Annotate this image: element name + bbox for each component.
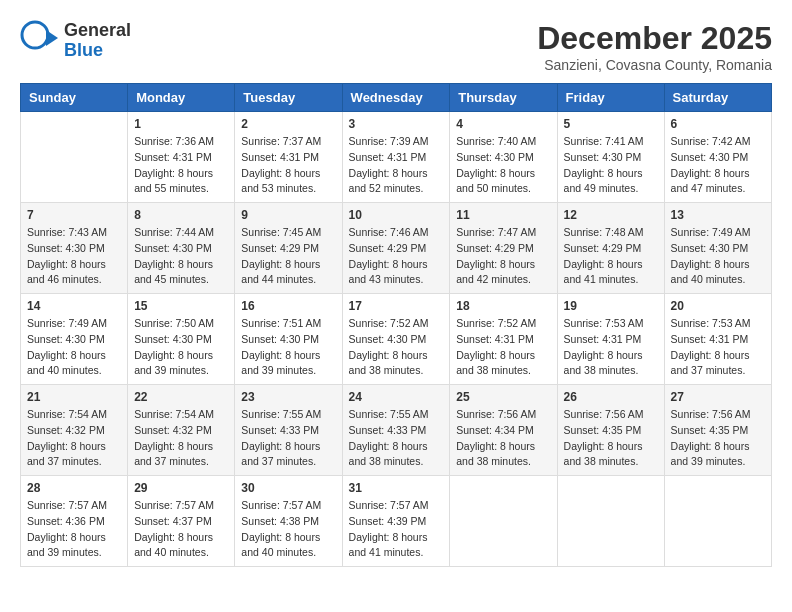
calendar-day-cell: 7Sunrise: 7:43 AM Sunset: 4:30 PM Daylig… — [21, 203, 128, 294]
calendar-day-cell: 1Sunrise: 7:36 AM Sunset: 4:31 PM Daylig… — [128, 112, 235, 203]
weekday-header-cell: Tuesday — [235, 84, 342, 112]
calendar-day-cell: 24Sunrise: 7:55 AM Sunset: 4:33 PM Dayli… — [342, 385, 450, 476]
calendar-day-cell: 31Sunrise: 7:57 AM Sunset: 4:39 PM Dayli… — [342, 476, 450, 567]
day-number: 5 — [564, 117, 658, 131]
day-info: Sunrise: 7:42 AM Sunset: 4:30 PM Dayligh… — [671, 134, 765, 197]
calendar-day-cell: 4Sunrise: 7:40 AM Sunset: 4:30 PM Daylig… — [450, 112, 557, 203]
day-number: 4 — [456, 117, 550, 131]
day-info: Sunrise: 7:48 AM Sunset: 4:29 PM Dayligh… — [564, 225, 658, 288]
svg-marker-1 — [46, 30, 58, 46]
day-info: Sunrise: 7:57 AM Sunset: 4:38 PM Dayligh… — [241, 498, 335, 561]
calendar-week-row: 28Sunrise: 7:57 AM Sunset: 4:36 PM Dayli… — [21, 476, 772, 567]
day-number: 20 — [671, 299, 765, 313]
day-number: 27 — [671, 390, 765, 404]
day-info: Sunrise: 7:51 AM Sunset: 4:30 PM Dayligh… — [241, 316, 335, 379]
calendar-day-cell: 23Sunrise: 7:55 AM Sunset: 4:33 PM Dayli… — [235, 385, 342, 476]
day-number: 23 — [241, 390, 335, 404]
day-number: 28 — [27, 481, 121, 495]
day-number: 29 — [134, 481, 228, 495]
day-number: 9 — [241, 208, 335, 222]
day-info: Sunrise: 7:54 AM Sunset: 4:32 PM Dayligh… — [134, 407, 228, 470]
calendar-day-cell: 15Sunrise: 7:50 AM Sunset: 4:30 PM Dayli… — [128, 294, 235, 385]
day-number: 12 — [564, 208, 658, 222]
day-number: 15 — [134, 299, 228, 313]
day-number: 8 — [134, 208, 228, 222]
calendar-day-cell: 29Sunrise: 7:57 AM Sunset: 4:37 PM Dayli… — [128, 476, 235, 567]
day-info: Sunrise: 7:56 AM Sunset: 4:35 PM Dayligh… — [671, 407, 765, 470]
day-number: 3 — [349, 117, 444, 131]
weekday-header-cell: Saturday — [664, 84, 771, 112]
weekday-header-cell: Friday — [557, 84, 664, 112]
calendar-day-cell: 12Sunrise: 7:48 AM Sunset: 4:29 PM Dayli… — [557, 203, 664, 294]
location: Sanzieni, Covasna County, Romania — [537, 57, 772, 73]
day-number: 17 — [349, 299, 444, 313]
day-info: Sunrise: 7:53 AM Sunset: 4:31 PM Dayligh… — [671, 316, 765, 379]
svg-point-0 — [22, 22, 48, 48]
calendar-day-cell: 8Sunrise: 7:44 AM Sunset: 4:30 PM Daylig… — [128, 203, 235, 294]
day-info: Sunrise: 7:57 AM Sunset: 4:39 PM Dayligh… — [349, 498, 444, 561]
calendar-day-cell: 26Sunrise: 7:56 AM Sunset: 4:35 PM Dayli… — [557, 385, 664, 476]
calendar-day-cell: 6Sunrise: 7:42 AM Sunset: 4:30 PM Daylig… — [664, 112, 771, 203]
day-info: Sunrise: 7:56 AM Sunset: 4:34 PM Dayligh… — [456, 407, 550, 470]
day-number: 11 — [456, 208, 550, 222]
calendar-day-cell: 14Sunrise: 7:49 AM Sunset: 4:30 PM Dayli… — [21, 294, 128, 385]
day-info: Sunrise: 7:55 AM Sunset: 4:33 PM Dayligh… — [241, 407, 335, 470]
calendar-day-cell — [557, 476, 664, 567]
weekday-header-row: SundayMondayTuesdayWednesdayThursdayFrid… — [21, 84, 772, 112]
calendar-day-cell: 2Sunrise: 7:37 AM Sunset: 4:31 PM Daylig… — [235, 112, 342, 203]
day-number: 19 — [564, 299, 658, 313]
calendar-week-row: 7Sunrise: 7:43 AM Sunset: 4:30 PM Daylig… — [21, 203, 772, 294]
day-info: Sunrise: 7:52 AM Sunset: 4:30 PM Dayligh… — [349, 316, 444, 379]
day-info: Sunrise: 7:41 AM Sunset: 4:30 PM Dayligh… — [564, 134, 658, 197]
calendar-week-row: 14Sunrise: 7:49 AM Sunset: 4:30 PM Dayli… — [21, 294, 772, 385]
title-area: December 2025 Sanzieni, Covasna County, … — [537, 20, 772, 73]
day-info: Sunrise: 7:47 AM Sunset: 4:29 PM Dayligh… — [456, 225, 550, 288]
calendar-week-row: 1Sunrise: 7:36 AM Sunset: 4:31 PM Daylig… — [21, 112, 772, 203]
calendar-day-cell: 21Sunrise: 7:54 AM Sunset: 4:32 PM Dayli… — [21, 385, 128, 476]
day-info: Sunrise: 7:52 AM Sunset: 4:31 PM Dayligh… — [456, 316, 550, 379]
logo-text: General Blue — [64, 21, 131, 61]
day-number: 14 — [27, 299, 121, 313]
calendar-day-cell — [21, 112, 128, 203]
day-info: Sunrise: 7:56 AM Sunset: 4:35 PM Dayligh… — [564, 407, 658, 470]
day-number: 26 — [564, 390, 658, 404]
calendar-day-cell: 20Sunrise: 7:53 AM Sunset: 4:31 PM Dayli… — [664, 294, 771, 385]
day-info: Sunrise: 7:53 AM Sunset: 4:31 PM Dayligh… — [564, 316, 658, 379]
day-info: Sunrise: 7:39 AM Sunset: 4:31 PM Dayligh… — [349, 134, 444, 197]
day-number: 25 — [456, 390, 550, 404]
day-number: 13 — [671, 208, 765, 222]
calendar-week-row: 21Sunrise: 7:54 AM Sunset: 4:32 PM Dayli… — [21, 385, 772, 476]
day-info: Sunrise: 7:49 AM Sunset: 4:30 PM Dayligh… — [27, 316, 121, 379]
calendar-day-cell: 18Sunrise: 7:52 AM Sunset: 4:31 PM Dayli… — [450, 294, 557, 385]
day-info: Sunrise: 7:36 AM Sunset: 4:31 PM Dayligh… — [134, 134, 228, 197]
day-info: Sunrise: 7:40 AM Sunset: 4:30 PM Dayligh… — [456, 134, 550, 197]
calendar-body: 1Sunrise: 7:36 AM Sunset: 4:31 PM Daylig… — [21, 112, 772, 567]
day-number: 7 — [27, 208, 121, 222]
day-number: 24 — [349, 390, 444, 404]
calendar-day-cell — [664, 476, 771, 567]
day-number: 16 — [241, 299, 335, 313]
day-info: Sunrise: 7:45 AM Sunset: 4:29 PM Dayligh… — [241, 225, 335, 288]
day-info: Sunrise: 7:57 AM Sunset: 4:37 PM Dayligh… — [134, 498, 228, 561]
day-number: 18 — [456, 299, 550, 313]
day-number: 21 — [27, 390, 121, 404]
logo: General Blue — [20, 20, 131, 62]
day-number: 22 — [134, 390, 228, 404]
day-number: 10 — [349, 208, 444, 222]
day-number: 30 — [241, 481, 335, 495]
weekday-header-cell: Sunday — [21, 84, 128, 112]
calendar-day-cell — [450, 476, 557, 567]
day-info: Sunrise: 7:37 AM Sunset: 4:31 PM Dayligh… — [241, 134, 335, 197]
day-number: 1 — [134, 117, 228, 131]
calendar-day-cell: 13Sunrise: 7:49 AM Sunset: 4:30 PM Dayli… — [664, 203, 771, 294]
day-info: Sunrise: 7:57 AM Sunset: 4:36 PM Dayligh… — [27, 498, 121, 561]
day-info: Sunrise: 7:46 AM Sunset: 4:29 PM Dayligh… — [349, 225, 444, 288]
weekday-header-cell: Monday — [128, 84, 235, 112]
day-info: Sunrise: 7:44 AM Sunset: 4:30 PM Dayligh… — [134, 225, 228, 288]
day-info: Sunrise: 7:50 AM Sunset: 4:30 PM Dayligh… — [134, 316, 228, 379]
calendar-day-cell: 22Sunrise: 7:54 AM Sunset: 4:32 PM Dayli… — [128, 385, 235, 476]
calendar-day-cell: 25Sunrise: 7:56 AM Sunset: 4:34 PM Dayli… — [450, 385, 557, 476]
calendar-day-cell: 17Sunrise: 7:52 AM Sunset: 4:30 PM Dayli… — [342, 294, 450, 385]
logo-icon — [20, 20, 58, 58]
calendar-day-cell: 27Sunrise: 7:56 AM Sunset: 4:35 PM Dayli… — [664, 385, 771, 476]
